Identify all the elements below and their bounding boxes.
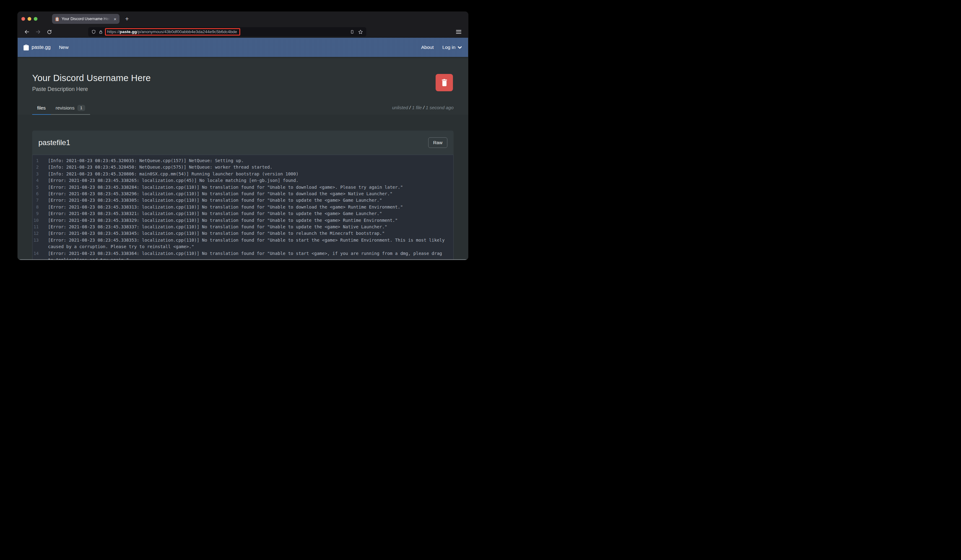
- url-scheme: https://: [107, 29, 120, 34]
- trash-icon: [441, 79, 448, 87]
- code-line: 4[Error: 2021-08-23 08:23:45.338265: loc…: [32, 177, 453, 184]
- code-line: 2[Info: 2021-08-23 08:23:45.320450: NetQ…: [32, 164, 453, 170]
- visibility-label: unlisted: [392, 105, 408, 110]
- code-block: 1[Info: 2021-08-23 08:23:45.320035: NetQ…: [32, 155, 453, 260]
- close-window-button[interactable]: [21, 17, 25, 21]
- paste-meta: unlisted / 1 file / 1 second ago: [392, 105, 454, 110]
- site-navbar: paste.gg New About Log in: [18, 38, 468, 57]
- code-line: 13[Error: 2021-08-23 08:23:45.338353: lo…: [32, 237, 453, 250]
- clipboard-favicon-icon: [55, 17, 59, 21]
- paste-title: Your Discord Username Here: [32, 73, 453, 83]
- reader-mode-icon[interactable]: [350, 29, 354, 34]
- url-path: /p/anonymous/43b0df00abbb4e3da244e9c5b6d…: [137, 29, 237, 34]
- tab-close-icon[interactable]: ×: [113, 17, 117, 21]
- age-label: 1 second ago: [426, 105, 453, 110]
- paste-description: Paste Description Here: [32, 86, 453, 93]
- file-card-header: pastefile1 Raw: [32, 130, 453, 155]
- line-content: [Error: 2021-08-23 08:23:45.338353: loca…: [48, 237, 446, 250]
- paste-header-section: Your Discord Username Here Paste Descrip…: [18, 57, 468, 115]
- code-line: 14[Error: 2021-08-23 08:23:45.338364: lo…: [32, 250, 453, 260]
- url-text: https://paste.gg/p/anonymous/43b0df00abb…: [107, 29, 237, 34]
- line-number: 6: [32, 191, 39, 197]
- browser-tab-bar: Your Discord Username Here · pas × +: [18, 12, 468, 26]
- line-number: 13: [32, 237, 39, 250]
- line-number: 11: [32, 224, 39, 230]
- code-line: 7[Error: 2021-08-23 08:23:45.338305: loc…: [32, 197, 453, 204]
- file-name: pastefile1: [39, 138, 70, 147]
- paste-tabs: files revisions 1: [32, 102, 90, 115]
- file-count-label: 1 file: [412, 105, 422, 110]
- revisions-count-badge: 1: [77, 105, 85, 111]
- nav-login-link[interactable]: Log in: [442, 45, 462, 50]
- line-number: 7: [32, 197, 39, 204]
- line-content: [Info: 2021-08-23 08:23:45.320035: NetQu…: [48, 157, 446, 164]
- reload-button[interactable]: [45, 27, 53, 36]
- raw-button[interactable]: Raw: [428, 137, 447, 148]
- line-content: [Error: 2021-08-23 08:23:45.338265: loca…: [48, 177, 446, 184]
- chevron-down-icon: [458, 46, 462, 49]
- code-line: 6[Error: 2021-08-23 08:23:45.338296: loc…: [32, 191, 453, 197]
- tab-title: Your Discord Username Here · pas: [62, 17, 111, 21]
- line-content: [Error: 2021-08-23 08:23:45.338305: loca…: [48, 197, 446, 204]
- meta-separator: /: [408, 105, 412, 110]
- line-content: [Info: 2021-08-23 08:23:45.320806: main0…: [48, 171, 446, 177]
- line-number: 9: [32, 210, 39, 217]
- clipboard-brand-icon: [24, 45, 29, 50]
- code-line: 5[Error: 2021-08-23 08:23:45.338284: loc…: [32, 184, 453, 191]
- code-line: 8[Error: 2021-08-23 08:23:45.338313: loc…: [32, 204, 453, 210]
- url-highlight-annotation: https://paste.gg/p/anonymous/43b0df00abb…: [105, 28, 240, 35]
- forward-button[interactable]: [34, 27, 42, 36]
- code-line: 10[Error: 2021-08-23 08:23:45.338329: lo…: [32, 217, 453, 224]
- back-arrow-icon: [24, 29, 30, 35]
- minimize-window-button[interactable]: [27, 17, 31, 21]
- line-number: 5: [32, 184, 39, 191]
- forward-arrow-icon: [35, 29, 41, 35]
- revisions-label: revisions: [56, 105, 75, 111]
- code-lines: 1[Info: 2021-08-23 08:23:45.320035: NetQ…: [32, 157, 453, 260]
- new-tab-button[interactable]: +: [125, 15, 129, 22]
- line-number: 8: [32, 204, 39, 210]
- url-domain: paste.gg: [120, 29, 137, 34]
- nav-new-link[interactable]: New: [59, 45, 68, 50]
- code-line: 3[Info: 2021-08-23 08:23:45.320806: main…: [32, 171, 453, 177]
- paste-tabs-row: files revisions 1 unlisted / 1 file / 1 …: [32, 102, 453, 115]
- tracking-shield-icon[interactable]: [91, 29, 96, 34]
- line-content: [Error: 2021-08-23 08:23:45.338364: loca…: [48, 250, 446, 260]
- url-bar-actions: [350, 29, 363, 35]
- brand-label: paste.gg: [32, 45, 50, 50]
- line-content: [Error: 2021-08-23 08:23:45.338284: loca…: [48, 184, 446, 191]
- tab-revisions[interactable]: revisions 1: [51, 102, 90, 114]
- page-content: Your Discord Username Here Paste Descrip…: [18, 57, 468, 260]
- code-line: 1[Info: 2021-08-23 08:23:45.320035: NetQ…: [32, 157, 453, 164]
- line-number: 2: [32, 164, 39, 170]
- zoom-window-button[interactable]: [34, 17, 37, 21]
- window-controls: [21, 17, 37, 21]
- delete-paste-button[interactable]: [436, 74, 453, 91]
- url-bar[interactable]: https://paste.gg/p/anonymous/43b0df00abb…: [88, 27, 366, 37]
- paste-body-section: pastefile1 Raw 1[Info: 2021-08-23 08:23:…: [18, 115, 468, 260]
- tab-files[interactable]: files: [32, 102, 51, 114]
- line-content: [Error: 2021-08-23 08:23:45.338329: loca…: [48, 217, 446, 224]
- line-content: [Error: 2021-08-23 08:23:45.338345: loca…: [48, 230, 446, 237]
- bookmark-star-icon[interactable]: [358, 29, 363, 35]
- line-number: 4: [32, 177, 39, 184]
- browser-tab[interactable]: Your Discord Username Here · pas ×: [52, 14, 119, 24]
- nav-about-link[interactable]: About: [421, 45, 434, 50]
- menu-button[interactable]: [456, 30, 461, 34]
- line-content: [Error: 2021-08-23 08:23:45.338296: loca…: [48, 191, 446, 197]
- line-number: 14: [32, 250, 39, 260]
- reload-icon: [47, 29, 52, 35]
- lock-icon[interactable]: [99, 30, 103, 34]
- browser-window: Your Discord Username Here · pas × + htt…: [18, 12, 468, 260]
- line-number: 10: [32, 217, 39, 224]
- back-button[interactable]: [22, 27, 31, 36]
- line-content: [Error: 2021-08-23 08:23:45.338321: loca…: [48, 210, 446, 217]
- hamburger-icon: [456, 30, 461, 34]
- code-line: 12[Error: 2021-08-23 08:23:45.338345: lo…: [32, 230, 453, 237]
- line-content: [Info: 2021-08-23 08:23:45.320450: NetQu…: [48, 164, 446, 170]
- line-number: 3: [32, 171, 39, 177]
- brand-link[interactable]: paste.gg: [24, 45, 50, 50]
- login-label: Log in: [442, 45, 455, 50]
- line-content: [Error: 2021-08-23 08:23:45.338313: loca…: [48, 204, 446, 210]
- line-number: 1: [32, 157, 39, 164]
